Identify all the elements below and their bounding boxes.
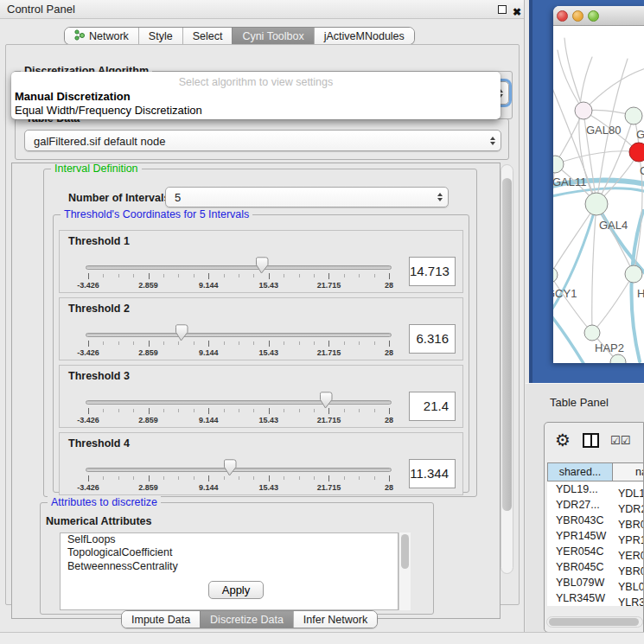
node-table: shared... na YDL19...YDL1YDR27...YDR2YBR… bbox=[547, 462, 644, 618]
network-node-gcy1[interactable] bbox=[553, 267, 558, 283]
table-row[interactable]: YLR345WYLR3 bbox=[547, 590, 644, 606]
network-node-g[interactable] bbox=[629, 143, 644, 162]
tab-discretize-data[interactable]: Discretize Data bbox=[200, 611, 293, 628]
attribute-item-betweennesscentrality[interactable]: BetweennessCentrality bbox=[61, 560, 398, 573]
slider-tick bbox=[314, 274, 315, 277]
threshold-slider-track[interactable] bbox=[86, 468, 392, 472]
threshold-slider-thumb[interactable] bbox=[254, 257, 269, 274]
dropdown-option-equal-width-frequency[interactable]: Equal Width/Frequency Discretization bbox=[13, 104, 497, 117]
apply-button[interactable]: Apply bbox=[208, 581, 264, 599]
threshold-slider-track[interactable] bbox=[86, 400, 392, 405]
slider-tick bbox=[284, 274, 284, 277]
network-window-titlebar[interactable] bbox=[553, 6, 644, 26]
network-node-h[interactable] bbox=[625, 265, 642, 283]
slider-tick-label: 21.715 bbox=[307, 281, 350, 290]
close-icon[interactable]: ✖ bbox=[513, 3, 521, 22]
table-panel: ⚙ ☑☑ shared... na YDL19...YDL1YDR27...YD… bbox=[544, 422, 644, 633]
table-horizontal-scrollbar[interactable] bbox=[546, 616, 643, 628]
network-node-gal4[interactable] bbox=[585, 193, 608, 215]
network-node-gal80[interactable] bbox=[575, 102, 592, 119]
slider-tick bbox=[328, 341, 329, 347]
columns-icon[interactable] bbox=[583, 433, 599, 448]
threshold-value-field[interactable]: 6.316 bbox=[409, 324, 456, 354]
window-close-button[interactable] bbox=[557, 10, 568, 22]
threshold-slider-thumb[interactable] bbox=[174, 324, 188, 341]
window-minimize-button[interactable] bbox=[572, 10, 583, 22]
network-node-hap2[interactable] bbox=[584, 325, 600, 341]
tab-select[interactable]: Select bbox=[182, 28, 233, 44]
dropdown-prompt: Select algorithm to view settings bbox=[11, 76, 501, 88]
slider-tick-label: 28 bbox=[367, 348, 411, 357]
table-row[interactable]: YDL19...YDL1 bbox=[547, 481, 644, 497]
slider-tick bbox=[163, 409, 164, 412]
slider-tick bbox=[224, 409, 225, 412]
slider-tick bbox=[269, 341, 270, 347]
slider-tick bbox=[194, 341, 194, 345]
tab-style[interactable]: Style bbox=[138, 28, 182, 44]
attribute-item-topologicalcoefficient[interactable]: TopologicalCoefficient bbox=[61, 546, 398, 559]
slider-tick-label: 15.43 bbox=[247, 348, 290, 357]
slider-tick bbox=[149, 408, 150, 414]
table-row[interactable]: YPR145WYPR1 bbox=[547, 528, 644, 544]
network-node-ga[interactable] bbox=[625, 107, 642, 124]
gear-icon[interactable]: ⚙ bbox=[555, 430, 571, 450]
threshold-slider-thumb[interactable] bbox=[222, 459, 237, 476]
table-row[interactable]: YDR27...YDR2 bbox=[547, 497, 644, 513]
tab-label: Select bbox=[193, 30, 223, 42]
slider-tick bbox=[389, 341, 390, 347]
threshold-row-4: Threshold 4-3.4262.8599.14415.4321.71528… bbox=[59, 432, 463, 495]
attribute-item-selfloops[interactable]: SelfLoops bbox=[61, 533, 398, 546]
table-row[interactable]: YBR043CYBR0 bbox=[547, 513, 644, 528]
slider-tick bbox=[133, 409, 134, 412]
threshold-label: Threshold 3 bbox=[68, 370, 130, 382]
settings-scrollbar[interactable] bbox=[501, 164, 513, 574]
threshold-slider-track[interactable] bbox=[86, 265, 392, 270]
threshold-slider-track[interactable] bbox=[86, 333, 392, 337]
combo-value: galFiltered.sif default node bbox=[34, 134, 165, 147]
threshold-label: Threshold 1 bbox=[68, 235, 130, 247]
table-row[interactable]: YBL079WYBL0 bbox=[547, 575, 644, 590]
tab-jactivemnodules[interactable]: jActiveMNodules bbox=[314, 28, 414, 44]
tab-network[interactable]: Network bbox=[65, 28, 138, 44]
slider-tick bbox=[299, 409, 300, 412]
tab-impute-data[interactable]: Impute Data bbox=[122, 611, 200, 628]
threshold-row-1: Threshold 1-3.4262.8599.14415.4321.71528… bbox=[59, 230, 463, 293]
column-header-shared-name[interactable]: shared... bbox=[547, 462, 613, 481]
table-data-combo[interactable]: galFiltered.sif default node bbox=[24, 130, 501, 151]
table-row[interactable]: YBR045CYBR0 bbox=[547, 559, 644, 575]
table-row[interactable]: YER054CYER0 bbox=[547, 544, 644, 559]
tab-label: Discretize Data bbox=[210, 614, 284, 626]
slider-tick bbox=[239, 409, 239, 412]
slider-tick bbox=[269, 475, 270, 481]
cell-shared-name: YBR043C bbox=[547, 513, 613, 528]
slider-tick bbox=[374, 409, 375, 412]
slider-tick-label: 28 bbox=[367, 483, 411, 492]
tab-cyni-toolbox[interactable]: Cyni Toolbox bbox=[232, 28, 313, 44]
cell-shared-name: YBL079W bbox=[547, 575, 613, 590]
slider-tick bbox=[224, 476, 225, 480]
network-canvas[interactable]: GAL80GAGGAL11GAL4GCY1HHAP2 bbox=[553, 26, 644, 363]
slider-tick-label: -3.426 bbox=[67, 483, 110, 492]
threshold-value-field[interactable]: 14.713 bbox=[409, 257, 456, 286]
slider-tick bbox=[374, 274, 375, 277]
num-intervals-combo[interactable]: 5 bbox=[165, 187, 449, 207]
column-header-name[interactable]: na bbox=[613, 462, 644, 481]
threshold-value-field[interactable]: 21.4 bbox=[409, 392, 456, 421]
panel-title: Control Panel bbox=[7, 0, 75, 19]
tab-infer-network[interactable]: Infer Network bbox=[293, 611, 377, 628]
control-panel-titlebar: Control Panel ✖ bbox=[0, 0, 524, 19]
table-header: shared... na bbox=[547, 462, 644, 481]
threshold-row-2: Threshold 2-3.4262.8599.14415.4321.71528… bbox=[59, 297, 463, 360]
dropdown-option-manual-discretization[interactable]: Manual Discretization bbox=[13, 90, 497, 103]
slider-tick bbox=[344, 409, 345, 412]
attributes-list-scrollbar[interactable] bbox=[399, 532, 411, 610]
slider-tick bbox=[359, 341, 360, 345]
table-panel-region: Table Panel ⚙ ☑☑ shared... na YDL19...YD… bbox=[526, 383, 644, 644]
table-panel-title: Table Panel bbox=[550, 396, 609, 409]
threshold-slider-thumb[interactable] bbox=[318, 392, 333, 409]
float-window-icon[interactable] bbox=[498, 5, 507, 14]
select-columns-checkboxes-icon[interactable]: ☑☑ bbox=[610, 434, 630, 447]
window-zoom-button[interactable] bbox=[588, 10, 599, 22]
threshold-value-field[interactable]: 11.344 bbox=[409, 459, 456, 488]
cell-shared-name: YBR045C bbox=[547, 559, 613, 575]
